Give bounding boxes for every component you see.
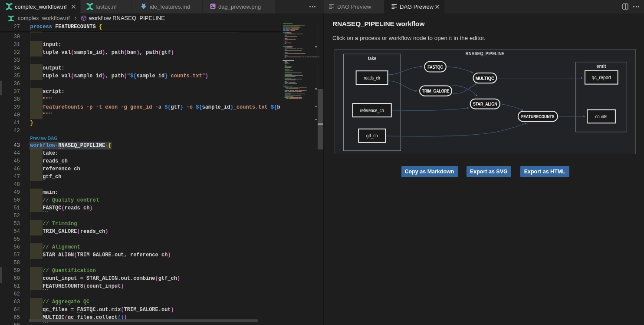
svg-text:qc_report: qc_report <box>592 75 611 80</box>
svg-text:FEATURECOUNTS: FEATURECOUNTS <box>521 114 555 119</box>
svg-text:reference_ch: reference_ch <box>360 108 384 113</box>
svg-text:STAR_ALIGN: STAR_ALIGN <box>473 102 497 107</box>
svg-text:take: take <box>368 56 377 61</box>
svg-text:RNASEQ_PIPELINE: RNASEQ_PIPELINE <box>466 51 505 56</box>
svg-text:gtf_ch: gtf_ch <box>366 133 378 139</box>
svg-text:emit: emit <box>597 64 606 69</box>
svg-text:counts: counts <box>595 114 608 119</box>
svg-text:FASTQC: FASTQC <box>427 65 443 70</box>
svg-text:MULTIQC: MULTIQC <box>476 76 495 81</box>
svg-text:reads_ch: reads_ch <box>364 76 380 81</box>
svg-text:TRIM_GALORE: TRIM_GALORE <box>422 89 450 94</box>
